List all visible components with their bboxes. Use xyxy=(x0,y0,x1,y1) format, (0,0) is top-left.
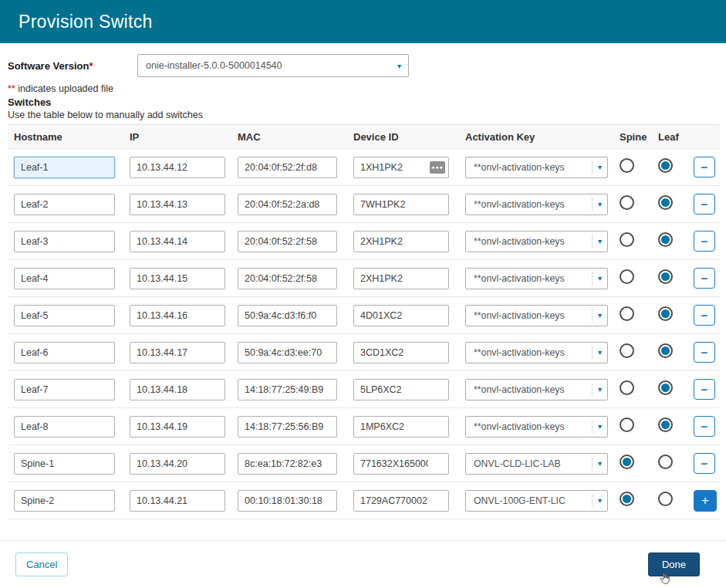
activation-key-select[interactable]: **onvl-activation-keys ▾ xyxy=(465,416,608,438)
activation-key-select[interactable]: **onvl-activation-keys ▾ xyxy=(465,268,608,289)
device-id-input[interactable] xyxy=(353,342,449,363)
page-title: Provision Switch xyxy=(19,12,153,32)
header-device-id: Device ID xyxy=(347,131,459,143)
ip-input[interactable] xyxy=(130,194,225,215)
dialog-header: Provision Switch xyxy=(0,0,726,43)
hostname-input[interactable] xyxy=(14,453,115,475)
device-id-input[interactable] xyxy=(353,194,449,215)
mac-input[interactable] xyxy=(238,490,337,512)
spine-radio[interactable] xyxy=(620,492,634,506)
ip-input[interactable] xyxy=(130,453,225,475)
done-button[interactable]: Done xyxy=(648,553,700,576)
software-version-value: onie-installer-5.0.0-5000014540 xyxy=(146,60,282,71)
leaf-radio[interactable] xyxy=(658,455,673,469)
hostname-input[interactable] xyxy=(14,490,115,512)
ip-input[interactable] xyxy=(130,305,225,326)
activation-key-select[interactable]: **onvl-activation-keys ▾ xyxy=(465,157,608,178)
spine-radio[interactable] xyxy=(620,417,634,432)
leaf-radio[interactable] xyxy=(658,269,673,284)
leaf-radio[interactable] xyxy=(658,195,673,210)
leaf-radio[interactable] xyxy=(658,306,673,321)
ip-input[interactable] xyxy=(130,231,225,252)
ip-input[interactable] xyxy=(130,490,225,512)
remove-row-button[interactable]: − xyxy=(694,231,715,252)
hostname-input[interactable] xyxy=(14,268,115,289)
table-row: ●●● ONVL-100G-ENT-LIC ▾ + xyxy=(8,482,720,519)
activation-key-select[interactable]: **onvl-activation-keys ▾ xyxy=(465,194,608,215)
leaf-radio[interactable] xyxy=(658,232,673,247)
remove-row-button[interactable]: − xyxy=(694,268,715,289)
activation-key-select[interactable]: **onvl-activation-keys ▾ xyxy=(465,305,608,326)
hostname-input[interactable] xyxy=(14,231,115,252)
cancel-button[interactable]: Cancel xyxy=(15,553,68,576)
leaf-radio[interactable] xyxy=(658,492,673,506)
hostname-input[interactable] xyxy=(14,416,115,438)
remove-row-button[interactable]: − xyxy=(694,194,715,215)
mac-input[interactable] xyxy=(238,194,337,215)
mac-input[interactable] xyxy=(238,268,337,289)
spine-radio[interactable] xyxy=(620,269,634,284)
device-id-input[interactable] xyxy=(353,231,449,252)
leaf-radio[interactable] xyxy=(658,380,673,395)
table-row: ●●● **onvl-activation-keys ▾ − xyxy=(8,408,720,445)
ip-input[interactable] xyxy=(130,416,225,438)
mac-input[interactable] xyxy=(238,453,337,475)
uploaded-file-note: ** indicates uploaded file xyxy=(8,83,720,94)
device-id-input[interactable] xyxy=(353,416,449,438)
mouse-cursor-icon xyxy=(660,573,670,588)
mac-input[interactable] xyxy=(238,305,337,326)
spine-radio[interactable] xyxy=(620,380,634,395)
ip-input[interactable] xyxy=(130,268,225,289)
chevron-down-icon: ▾ xyxy=(592,272,602,285)
activation-key-select[interactable]: ONVL-100G-ENT-LIC ▾ xyxy=(465,490,608,512)
chevron-down-icon: ▾ xyxy=(592,235,602,248)
spine-radio[interactable] xyxy=(620,195,634,210)
chevron-down-icon: ▾ xyxy=(592,421,602,433)
leaf-radio[interactable] xyxy=(658,417,673,432)
ip-input[interactable] xyxy=(130,379,225,400)
leaf-radio[interactable] xyxy=(658,158,673,173)
required-marker: * xyxy=(89,60,93,72)
device-id-input[interactable] xyxy=(353,305,449,326)
chevron-down-icon: ▾ xyxy=(592,309,602,322)
software-version-label: Software Version* xyxy=(8,60,137,72)
hostname-input[interactable] xyxy=(14,342,115,363)
device-id-input[interactable] xyxy=(353,379,449,400)
remove-row-button[interactable]: − xyxy=(694,453,715,474)
activation-key-select[interactable]: **onvl-activation-keys ▾ xyxy=(465,231,608,252)
device-id-input[interactable] xyxy=(353,453,449,475)
remove-row-button[interactable]: − xyxy=(694,342,715,363)
spine-radio[interactable] xyxy=(620,343,634,358)
leaf-radio[interactable] xyxy=(658,343,673,358)
spine-radio[interactable] xyxy=(620,232,634,247)
device-id-input[interactable] xyxy=(353,268,449,289)
ip-input[interactable] xyxy=(130,342,225,363)
activation-key-select[interactable]: **onvl-activation-keys ▾ xyxy=(465,342,608,363)
remove-row-button[interactable]: − xyxy=(694,416,715,437)
activation-key-select[interactable]: **onvl-activation-keys ▾ xyxy=(465,379,608,400)
chevron-down-icon: ▾ xyxy=(592,458,602,470)
mac-input[interactable] xyxy=(238,342,337,363)
mac-input[interactable] xyxy=(238,379,337,400)
remove-row-button[interactable]: − xyxy=(694,157,715,177)
mac-input[interactable] xyxy=(238,231,337,252)
hostname-input[interactable] xyxy=(14,194,115,215)
hostname-input[interactable] xyxy=(14,379,115,400)
device-id-ellipsis-button[interactable]: ●●● xyxy=(430,161,445,174)
remove-row-button[interactable]: − xyxy=(694,305,715,326)
chevron-down-icon: ▾ xyxy=(592,198,602,211)
remove-row-button[interactable]: − xyxy=(694,379,715,400)
spine-radio[interactable] xyxy=(620,306,634,321)
add-row-button[interactable]: + xyxy=(694,490,717,512)
hostname-input[interactable] xyxy=(14,157,115,178)
spine-radio[interactable] xyxy=(620,455,634,469)
activation-key-select[interactable]: ONVL-CLD-LIC-LAB ▾ xyxy=(465,453,608,475)
hostname-input[interactable] xyxy=(14,305,115,326)
spine-radio[interactable] xyxy=(620,158,634,173)
table-instruction: Use the table below to manually add swit… xyxy=(8,110,720,120)
ip-input[interactable] xyxy=(130,157,225,178)
device-id-input[interactable] xyxy=(353,490,449,512)
mac-input[interactable] xyxy=(238,416,337,438)
mac-input[interactable] xyxy=(238,157,337,178)
software-version-select[interactable]: onie-installer-5.0.0-5000014540 ▾ xyxy=(137,54,409,77)
